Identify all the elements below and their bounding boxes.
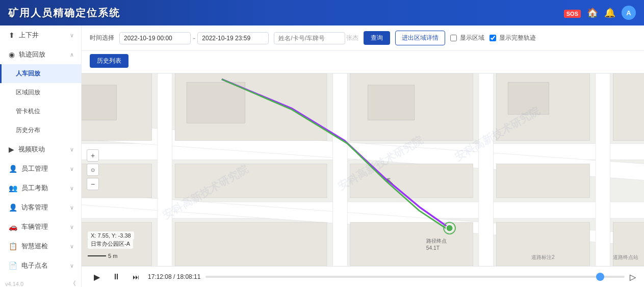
sidebar-item-label: 轨迹回放 [19,50,45,59]
sidebar-item-label: 访客管理 [21,203,48,212]
sidebar-item-roll-call[interactable]: 📄 电子点名 ∨ [0,256,81,275]
sidebar-item-video-link[interactable]: ▶ 视频联动 ∨ [0,140,81,159]
sidebar-item-label: 人车回放 [16,69,40,78]
chevron-icon: ∨ [70,204,74,211]
svg-rect-17 [496,164,589,198]
content-area: 时间选择 - 张杰 查询 进出区域详情 显示区域 显示完整轨迹 历史列表 [82,25,644,287]
svg-rect-8 [596,73,610,266]
location-text: 日常办公园区-A [91,241,130,247]
up-down-icon: ⬆ [9,31,15,39]
zoom-in-button[interactable]: + [87,149,99,162]
sidebar-item-label: 区域回放 [16,88,40,97]
sos-icon[interactable]: SOS [564,8,581,18]
svg-rect-5 [158,73,172,266]
show-zone-group: 显示区域 [450,34,484,42]
sidebar-item-track-playback[interactable]: ◉ 轨迹回放 ∧ [0,45,81,64]
timeline-end-button[interactable]: ▷ [630,272,636,282]
svg-rect-25 [368,85,415,120]
timeline-time: 17:12:08 / 18:08:11 [148,273,200,280]
query-button[interactable]: 查询 [364,31,390,45]
toolbar: 时间选择 - 张杰 查询 进出区域详情 显示区域 显示完整轨迹 [82,25,644,51]
coords-display: X: 7.55, Y: -3.38 [88,231,134,240]
svg-text:↖: ↖ [385,175,395,187]
sidebar-item-label: 员工考勤 [21,184,48,193]
history-list-button[interactable]: 历史列表 [90,54,128,68]
time-end-input[interactable] [197,32,269,44]
sidebar-item-label: 智慧巡检 [21,242,48,251]
chevron-icon: ∨ [70,263,74,269]
svg-rect-19 [175,222,327,266]
time-range: - [119,32,269,44]
map-controls: + ⊙ − [87,149,99,190]
patrol-icon: 📋 [9,242,17,250]
time-start-input[interactable] [119,32,191,44]
scale-display: 5 m [88,253,117,259]
chevron-icon: ∨ [70,166,74,172]
sidebar-item-staff-mgmt[interactable]: 👤 员工管理 ∨ [0,159,81,178]
toolbar-row2: 历史列表 [82,51,644,73]
timeline-controls: ▶ ⏸ ⏭ 17:12:08 / 18:08:11 ▷ [90,270,636,284]
svg-text:54.1T: 54.1T [426,245,440,251]
show-track-label[interactable]: 显示完整轨迹 [499,34,536,42]
header: 矿用人员精确定位系统 SOS 🏠 🔔 A [0,0,644,25]
sidebar-item-label: 车辆管理 [21,222,48,231]
zone-detail-button[interactable]: 进出区域详情 [395,31,445,45]
timeline-bar: ▶ ⏸ ⏭ 17:12:08 / 18:08:11 ▷ [82,266,644,287]
sidebar-item-history-dist[interactable]: 历史分布 [0,121,81,140]
svg-rect-6 [333,73,348,266]
show-zone-checkbox[interactable] [450,35,457,41]
sidebar-item-patrol[interactable]: 📋 智慧巡检 ∨ [0,237,81,256]
sidebar-item-person-playback[interactable]: 人车回放 [0,64,81,83]
main-layout: ⬆ 上下井 ∨ ◉ 轨迹回放 ∧ 人车回放 区域回放 管卡机位 历史分布 ▶ 视… [0,25,644,287]
location-display: 日常办公园区-A [88,239,133,249]
vehicle-icon: 🚗 [9,223,17,231]
bell-icon[interactable]: 🔔 [604,7,615,18]
svg-text:道路标注2: 道路标注2 [531,254,555,260]
sidebar-item-visitor-mgmt[interactable]: 👤 访客管理 ∨ [0,198,81,217]
time-separator: - [193,34,195,43]
staff-icon: 👤 [9,165,17,173]
search-input[interactable] [274,32,345,44]
map-area[interactable]: 路径终点 54.1T 道路标注2 道路终点站 ↖ 安科高新技术研究院 安科高新技… [82,73,644,266]
recenter-button[interactable]: ⊙ [87,164,99,176]
avatar[interactable]: A [622,6,636,20]
app-title: 矿用人员精确定位系统 [8,6,120,20]
svg-rect-24 [187,82,245,123]
sidebar-item-label: 管卡机位 [16,107,40,116]
sidebar: ⬆ 上下井 ∨ ◉ 轨迹回放 ∧ 人车回放 区域回放 管卡机位 历史分布 ▶ 视… [0,25,82,287]
notification-icon[interactable]: 🏠 [587,7,598,18]
attendance-icon: 👥 [9,184,17,192]
sidebar-item-up-down[interactable]: ⬆ 上下井 ∨ [0,25,81,45]
svg-rect-20 [350,222,473,266]
collapse-button[interactable]: 《 [70,279,76,287]
visitor-icon: 👤 [9,203,17,212]
show-zone-label[interactable]: 显示区域 [460,34,484,42]
svg-rect-23 [82,85,117,120]
play-button[interactable]: ▶ [90,270,104,284]
version-label: v4.14.0 [5,281,23,287]
svg-text:道路终点站: 道路终点站 [613,254,638,260]
sidebar-item-label: 历史分布 [16,126,40,135]
show-track-checkbox[interactable] [490,35,496,41]
scale-label: 5 m [108,253,117,259]
sidebar-item-staff-attendance[interactable]: 👥 员工考勤 ∨ [0,178,81,198]
sidebar-item-label: 视频联动 [18,145,45,154]
search-hint: 张杰 [346,34,358,42]
svg-rect-13 [613,73,644,141]
sidebar-item-label: 员工管理 [21,164,48,173]
zoom-out-button[interactable]: − [87,178,99,190]
timeline-slider[interactable] [205,276,625,278]
sidebar-item-vehicle-mgmt[interactable]: 🚗 车辆管理 ∨ [0,217,81,237]
header-actions: SOS 🏠 🔔 A [564,6,636,20]
chevron-icon: ∧ [70,51,74,58]
pause-button[interactable]: ⏸ [109,270,123,284]
sidebar-item-device-mgmt[interactable]: 管卡机位 [0,102,81,121]
sidebar-item-area-playback[interactable]: 区域回放 [0,83,81,102]
time-label: 时间选择 [90,34,114,42]
roll-call-icon: 📄 [9,262,17,270]
chevron-icon: ∨ [70,185,74,192]
svg-point-27 [446,225,453,232]
step-button[interactable]: ⏭ [128,270,143,284]
chevron-icon: ∨ [70,32,74,39]
chevron-icon: ∨ [70,224,74,230]
